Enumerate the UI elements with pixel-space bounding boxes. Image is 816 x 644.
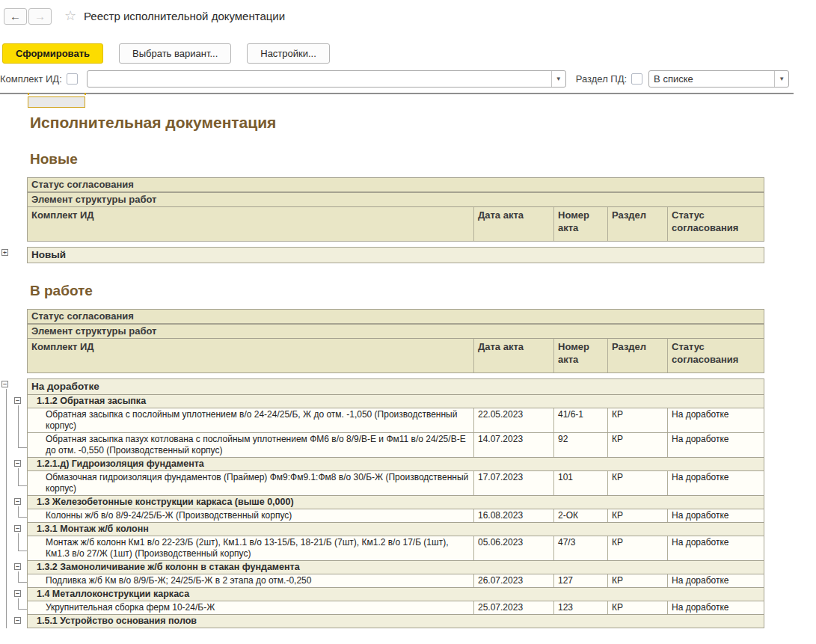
tree-gutter: − — [0, 378, 27, 395]
cell-komplekt: Монтаж ж/б колонн Км1 в/о 22-23/Б (2шт),… — [28, 536, 474, 560]
tree-line — [6, 395, 7, 408]
collapse-toggle-icon[interactable]: − — [1, 381, 8, 387]
work-element-row: −1.3.1 Монтаж ж/б колонн — [0, 523, 816, 536]
work-element-label: 1.3.1 Монтаж ж/б колонн — [28, 523, 764, 536]
cell-status: На доработке — [668, 433, 765, 457]
column-header-1: Дата акта — [474, 207, 554, 241]
cell-section: КР — [608, 536, 668, 560]
tree-gutter — [0, 601, 27, 615]
tree-line — [6, 496, 7, 509]
razdel-pd-checkbox[interactable] — [631, 73, 642, 85]
document-row: Укрупнительная сборка ферм 10-24/Б-Ж25.0… — [0, 601, 816, 615]
tree-gutter: − — [0, 615, 27, 628]
document-row: Подливка ж/б Км в/о 8/9/Б-Ж; 24/25/Б-Ж в… — [0, 574, 816, 588]
tree-line — [6, 471, 7, 496]
row-body: 1.5.1 Устройство основания полов — [27, 615, 764, 628]
tree-line — [18, 408, 19, 433]
status-group-row: −На доработке — [0, 378, 816, 395]
collapse-toggle-icon[interactable]: − — [14, 460, 21, 467]
section-heading-new: Новые — [30, 151, 816, 168]
razdel-pd-label: Раздел ПД: — [576, 73, 627, 85]
tree-gutter — [0, 309, 27, 324]
column-header-4: Статус согласования — [668, 339, 765, 372]
tree-line — [6, 561, 7, 574]
komplekt-id-checkbox[interactable] — [67, 73, 78, 85]
report-area: Исполнительная документация Новые Статус… — [0, 95, 816, 628]
tree-line — [6, 509, 7, 523]
work-element-label: 1.5.1 Устройство основания полов — [28, 615, 764, 628]
tree-elbow — [18, 601, 27, 610]
row-body: 1.3.1 Монтаж ж/б колонн — [27, 523, 764, 536]
tree-line — [6, 458, 7, 471]
tree-gutter — [0, 509, 27, 523]
row-body: На доработке — [27, 378, 764, 395]
tree-gutter — [0, 324, 27, 339]
document-row: Обратная засыпка пазух котлована с посло… — [0, 433, 816, 458]
collapse-toggle-icon[interactable]: − — [14, 498, 21, 505]
razdel-pd-combobox[interactable]: В списке ▼ — [648, 70, 789, 88]
tree-gutter — [0, 574, 27, 588]
forward-button[interactable]: → — [28, 8, 52, 25]
expand-toggle-icon[interactable]: + — [1, 249, 8, 256]
back-button[interactable]: ← — [4, 8, 27, 25]
document-row: Обратная засыпка с послойным уплотнением… — [0, 408, 816, 433]
cell-komplekt: Обратная засыпка с послойным уплотнением… — [28, 408, 474, 432]
header-band-row: Статус согласования — [0, 177, 816, 192]
chevron-down-icon[interactable]: ▼ — [551, 71, 565, 87]
tree-gutter — [0, 207, 27, 242]
row-body: Комплект ИДДата актаНомер актаРазделСтат… — [27, 207, 764, 242]
tree-line — [6, 574, 7, 588]
tree-gutter — [0, 339, 27, 373]
cell-number: 101 — [554, 471, 608, 495]
row-body: 1.2.1.д) Гидроизоляция фундамента — [27, 458, 764, 471]
cell-date: 26.07.2023 — [474, 574, 554, 587]
collapse-toggle-icon[interactable]: − — [14, 590, 21, 597]
spacer-row — [0, 373, 816, 378]
row-body: Обмазочная гидроизоляция фундаментов (Пр… — [27, 471, 764, 496]
settings-button[interactable]: Настройки... — [247, 43, 330, 64]
cell-number: 47/3 — [554, 536, 608, 560]
column-header-row: Комплект ИДДата актаНомер актаРазделСтат… — [0, 339, 816, 373]
command-bar: Сформировать Выбрать вариант... Настройк… — [0, 43, 330, 64]
row-body: Укрупнительная сборка ферм 10-24/Б-Ж25.0… — [27, 601, 764, 615]
header-band-row: Элемент структуры работ — [0, 192, 816, 207]
row-body — [27, 373, 764, 378]
tree-gutter: + — [0, 247, 27, 263]
cell-number: 127 — [554, 574, 608, 587]
tree-line — [6, 433, 7, 458]
cell-date: 22.05.2023 — [474, 408, 554, 432]
tree-gutter: − — [0, 496, 27, 509]
toolbar-divider — [0, 93, 794, 94]
chevron-down-icon[interactable]: ▼ — [774, 71, 788, 87]
header-band-label: Статус согласования — [28, 310, 764, 323]
cell-komplekt: Колонны ж/б в/о 8/9-24/25/Б-Ж (Производс… — [28, 509, 474, 522]
choose-variant-button[interactable]: Выбрать вариант... — [119, 43, 231, 64]
cell-number: 92 — [554, 433, 608, 457]
column-header-0: Комплект ИД — [28, 339, 474, 372]
selected-cell[interactable] — [28, 96, 85, 108]
collapse-toggle-icon[interactable]: − — [14, 397, 21, 404]
column-header-3: Раздел — [608, 207, 668, 241]
tree-line — [6, 408, 7, 433]
row-body: Элемент структуры работ — [27, 324, 764, 339]
collapse-toggle-icon[interactable]: − — [14, 617, 21, 624]
tree-elbow — [18, 433, 27, 448]
cell-number: 2-ОК — [554, 509, 608, 522]
work-element-label: 1.3 Железобетонные конструкции каркаса (… — [28, 496, 764, 509]
collapse-toggle-icon[interactable]: − — [14, 563, 21, 570]
page-title: Реестр исполнительной документации — [84, 10, 285, 22]
section-heading-inwork: В работе — [30, 283, 816, 299]
cell-komplekt: Обмазочная гидроизоляция фундаментов (Пр… — [28, 471, 474, 495]
cell-komplekt: Укрупнительная сборка ферм 10-24/Б-Ж — [28, 601, 474, 614]
work-element-label: 1.2.1.д) Гидроизоляция фундамента — [28, 458, 764, 470]
work-element-row: −1.1.2 Обратная засыпка — [0, 395, 816, 408]
column-header-0: Комплект ИД — [28, 207, 474, 241]
komplekt-id-combobox[interactable]: ▼ — [87, 70, 566, 88]
favorite-star-icon[interactable]: ☆ — [64, 7, 76, 24]
cell-section: КР — [608, 408, 668, 432]
window-chrome: ← → ☆ Реестр исполнительной документации… — [0, 0, 816, 95]
generate-button[interactable]: Сформировать — [2, 43, 103, 64]
collapse-toggle-icon[interactable]: − — [14, 525, 21, 532]
row-body: Статус согласования — [27, 177, 764, 192]
work-element-label: 1.3.2 Замоноличивание ж/б колонн в стака… — [28, 561, 764, 574]
